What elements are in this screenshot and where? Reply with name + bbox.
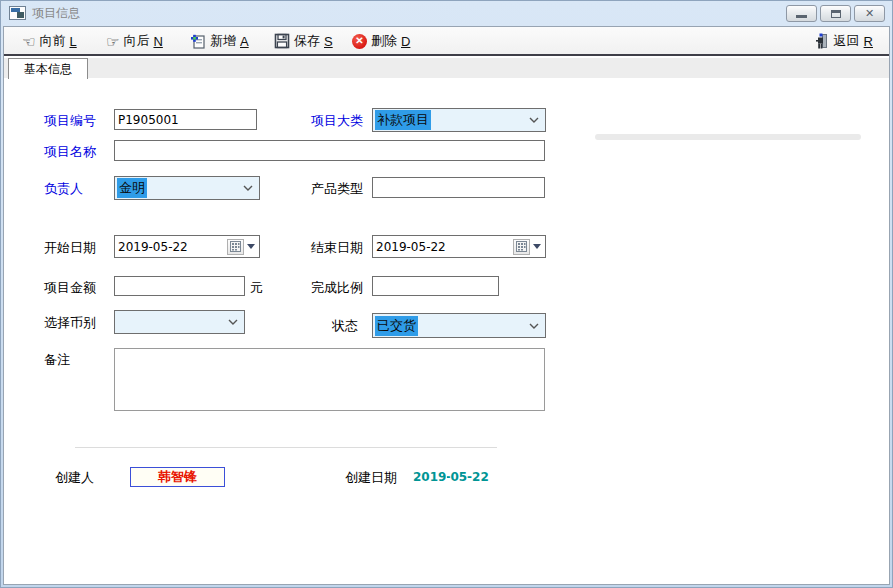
- calendar-icon[interactable]: [227, 239, 244, 255]
- exit-door-icon: [814, 33, 830, 49]
- end-date-label: 结束日期: [311, 239, 363, 257]
- product-type-label: 产品类型: [311, 180, 363, 198]
- return-button[interactable]: 返回R: [810, 29, 877, 53]
- delete-button[interactable]: ✕ 删除D: [348, 29, 414, 53]
- creator-value-box: 韩智锋: [130, 467, 225, 487]
- completion-input[interactable]: [372, 276, 499, 296]
- prev-button[interactable]: ☜ 向前L: [18, 29, 81, 53]
- tab-basic-info-label: 基本信息: [24, 61, 72, 78]
- create-date-value: 2019-05-22: [413, 470, 489, 484]
- project-no-label: 项目编号: [44, 112, 96, 130]
- hand-right-icon: ☞: [106, 34, 119, 49]
- currency-select[interactable]: [114, 310, 245, 334]
- window-title: 项目信息: [32, 5, 80, 22]
- maximize-icon: [831, 10, 841, 18]
- status-label: 状态: [332, 317, 358, 335]
- start-date-label: 开始日期: [44, 239, 96, 257]
- add-icon: [190, 33, 206, 49]
- dropdown-arrow-icon: [533, 244, 541, 249]
- start-date-picker[interactable]: 2019-05-22: [114, 235, 260, 258]
- tab-basic-info[interactable]: 基本信息: [8, 58, 88, 79]
- amount-label: 项目金额: [44, 279, 96, 296]
- calendar-icon[interactable]: [513, 239, 530, 255]
- creator-label: 创建人: [55, 469, 94, 487]
- client-area: ☜ 向前L ☞ 向后N 新增A: [3, 26, 890, 585]
- section-divider: [75, 447, 497, 448]
- add-button[interactable]: 新增A: [186, 29, 253, 53]
- remarks-textarea[interactable]: [114, 348, 545, 411]
- project-name-label: 项目名称: [44, 143, 96, 161]
- prev-button-label: 向前: [39, 32, 65, 50]
- end-date-value: 2019-05-22: [373, 240, 513, 254]
- creator-value: 韩智锋: [158, 468, 197, 486]
- close-icon: ✕: [865, 8, 874, 19]
- end-date-picker[interactable]: 2019-05-22: [372, 235, 546, 258]
- owner-value: 金明: [117, 178, 147, 198]
- project-category-label: 项目大类: [311, 112, 363, 130]
- minimize-icon: [796, 15, 807, 18]
- amount-input[interactable]: [114, 276, 245, 296]
- owner-label: 负责人: [44, 180, 83, 198]
- chevron-down-icon: [228, 319, 238, 325]
- chevron-down-icon: [529, 323, 539, 329]
- add-button-label: 新增: [210, 32, 236, 50]
- basic-info-page: 项目编号 项目大类 补款项目 项目名称 负责人 金明 产品类型 开始日期 201…: [4, 79, 889, 584]
- delete-button-label: 删除: [371, 32, 397, 50]
- maximize-button[interactable]: [820, 5, 851, 22]
- status-select[interactable]: 已交货: [372, 313, 546, 338]
- close-button[interactable]: ✕: [854, 5, 885, 22]
- minimize-button[interactable]: [786, 5, 817, 22]
- titlebar: 项目信息 ✕: [0, 0, 893, 26]
- tab-strip: 基本信息: [4, 58, 889, 79]
- create-date-label: 创建日期: [345, 469, 397, 487]
- amount-unit: 元: [250, 279, 263, 296]
- project-name-input[interactable]: [114, 140, 545, 161]
- product-type-input[interactable]: [372, 177, 545, 198]
- save-button-label: 保存: [294, 32, 320, 50]
- save-button[interactable]: 保存S: [270, 29, 337, 53]
- project-no-input[interactable]: [114, 109, 257, 130]
- decorative-strip: [595, 134, 861, 140]
- status-value: 已交货: [375, 316, 418, 336]
- hand-left-icon: ☜: [22, 34, 35, 49]
- project-category-select[interactable]: 补款项目: [372, 108, 546, 132]
- delete-icon: ✕: [352, 34, 367, 49]
- return-button-label: 返回: [834, 32, 860, 50]
- start-date-value: 2019-05-22: [115, 240, 227, 254]
- project-info-window: 项目信息 ✕ ☜ 向前L ☞ 向后N: [0, 0, 893, 588]
- project-category-value: 补款项目: [375, 110, 431, 130]
- chevron-down-icon: [529, 117, 539, 123]
- save-icon: [274, 33, 290, 49]
- toolbar: ☜ 向前L ☞ 向后N 新增A: [4, 27, 889, 56]
- currency-label: 选择币别: [44, 314, 96, 332]
- owner-select[interactable]: 金明: [114, 176, 260, 200]
- chevron-down-icon: [243, 185, 253, 191]
- next-button[interactable]: ☞ 向后N: [102, 29, 167, 53]
- window-icon: [9, 6, 26, 20]
- completion-label: 完成比例: [311, 279, 363, 296]
- dropdown-arrow-icon: [247, 244, 255, 249]
- next-button-label: 向后: [123, 32, 149, 50]
- remarks-label: 备注: [44, 351, 70, 369]
